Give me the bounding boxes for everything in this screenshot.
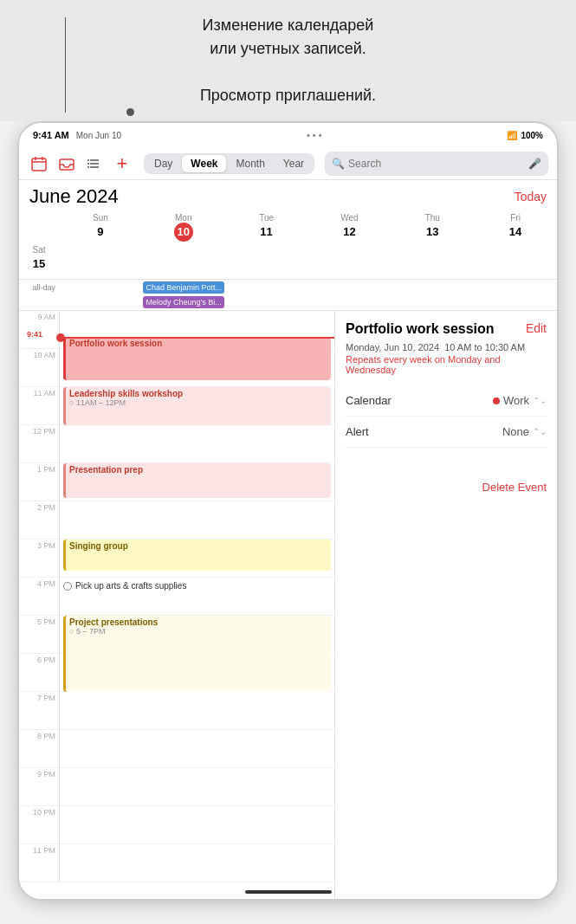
day-col-mon[interactable]: Mon 10 [142,211,225,243]
day-col-thu[interactable]: Thu 13 [391,211,474,243]
device-frame: 9:41 AM Mon Jun 10 • • • 📶 100% [17,121,559,901]
annotation-area: Изменение календарей или учетных записей… [0,0,576,121]
day-col-wed[interactable]: Wed 12 [308,211,392,243]
calendar-body: 9 AM 9:41 Portfolio work session [19,311,557,901]
home-indicator [245,890,332,894]
battery-label: 100% [521,131,543,140]
month-header: June 2024 Today [19,180,557,211]
wifi-icon: 📶 [507,131,517,140]
time-row-12pm: 12 PM [19,425,334,463]
detail-row-calendar: Calendar Work ⌃⌄ [346,385,547,417]
event-detail-date: Monday, Jun 10, 2024 10 AM to 10:30 AM [346,342,547,352]
toolbar: + Day Week Month Year 🔍 🎤 [19,147,557,180]
time-row-9am: 9 AM 9:41 Portfolio work session [19,311,334,349]
time-row-2pm: 2 PM [19,501,334,540]
event-detail-pane: Portfolio work session Edit Monday, Jun … [335,311,557,901]
delete-event-button[interactable]: Delete Event [346,474,547,501]
edit-button[interactable]: Edit [526,321,547,335]
annotation-line1: Изменение календарей [203,16,374,34]
time-row-1pm: 1 PM Presentation prep [19,463,334,501]
day-col-tue[interactable]: Tue 11 [225,211,308,243]
calendar-dot [493,397,500,404]
event-leadership[interactable]: Leadership skills workshop ○ 11AM – 12PM [63,387,331,425]
event-singing[interactable]: Singing group [63,540,331,571]
calendar-value: Work [503,394,529,407]
day-col-sat[interactable]: Sat 15 [19,243,59,275]
event-presentation-prep[interactable]: Presentation prep [63,463,331,498]
event-detail-repeat: Repeats every week on Monday and Wednesd… [346,354,547,375]
alert-value: None [502,425,529,438]
view-switcher: Day Week Month Year [144,153,314,174]
allday-event-melody[interactable]: Melody Cheung's Bi... [143,296,224,308]
calendar-icon[interactable] [28,152,50,175]
alert-label: Alert [346,425,369,438]
add-icon[interactable]: + [111,152,133,175]
calendar-label: Calendar [346,394,392,407]
today-button[interactable]: Today [515,190,547,204]
annotation-line2: или учетных записей. [210,40,366,57]
search-input[interactable] [348,158,525,170]
inbox-icon[interactable] [55,152,78,175]
task-arts-crafts[interactable]: Pick up arts & crafts supplies [60,578,334,594]
list-icon[interactable] [83,152,106,175]
status-bar: 9:41 AM Mon Jun 10 • • • 📶 100% [19,123,557,147]
svg-point-9 [87,163,89,165]
view-month[interactable]: Month [227,155,273,172]
time-row-11pm: 11 PM [19,844,334,882]
search-bar[interactable]: 🔍 🎤 [325,152,548,176]
time-row-9pm: 9 PM [19,768,334,806]
allday-row: all-day Chad Benjamin Pott... Melody Che… [19,280,557,311]
event-project-presentations[interactable]: Project presentations ○ 5 – 7PM [63,616,331,692]
detail-row-alert: Alert None ⌃⌄ [346,417,547,448]
time-row-4pm: 4 PM Pick up arts & crafts supplies [19,578,334,616]
day-header-row: Sun 9 Mon 10 Tue 11 Wed 12 Thu 13 Fri 14… [19,211,557,280]
alert-chevron[interactable]: ⌃⌄ [533,427,547,436]
svg-point-10 [87,166,89,168]
event-portfolio[interactable]: Portfolio work session [63,337,331,380]
allday-event-chad[interactable]: Chad Benjamin Pott... [143,281,224,294]
svg-rect-0 [32,158,46,171]
view-week[interactable]: Week [182,155,226,172]
time-row-5pm: 5 PM Project presentations ○ 5 – 7PM [19,616,334,654]
search-icon: 🔍 [332,158,345,170]
day-col-fri[interactable]: Fri 14 [474,211,557,243]
mic-icon[interactable]: 🎤 [528,158,541,170]
annotation-line3: Просмотр приглашений. [200,87,376,104]
status-date: Mon Jun 10 [76,131,121,140]
month-title: June 2024 [29,185,119,208]
time-row-8pm: 8 PM [19,730,334,768]
status-time: 9:41 AM [33,130,69,140]
view-year[interactable]: Year [275,155,313,172]
day-col-sun[interactable]: Sun 9 [59,211,142,243]
time-grid: 9 AM 9:41 Portfolio work session [19,311,334,882]
time-row-7pm: 7 PM [19,692,334,730]
allday-label: all-day [19,280,59,310]
svg-point-8 [87,159,89,161]
time-row-11am: 11 AM Leadership skills workshop ○ 11AM … [19,387,334,425]
event-detail-header: Portfolio work session Edit [346,321,547,337]
event-detail-title: Portfolio work session [346,321,526,337]
calendar-chevron[interactable]: ⌃⌄ [533,396,547,405]
time-row-3pm: 3 PM Singing group [19,540,334,578]
time-row-10pm: 10 PM [19,806,334,844]
view-day[interactable]: Day [146,155,181,172]
calendar-left-pane[interactable]: 9 AM 9:41 Portfolio work session [19,311,335,901]
